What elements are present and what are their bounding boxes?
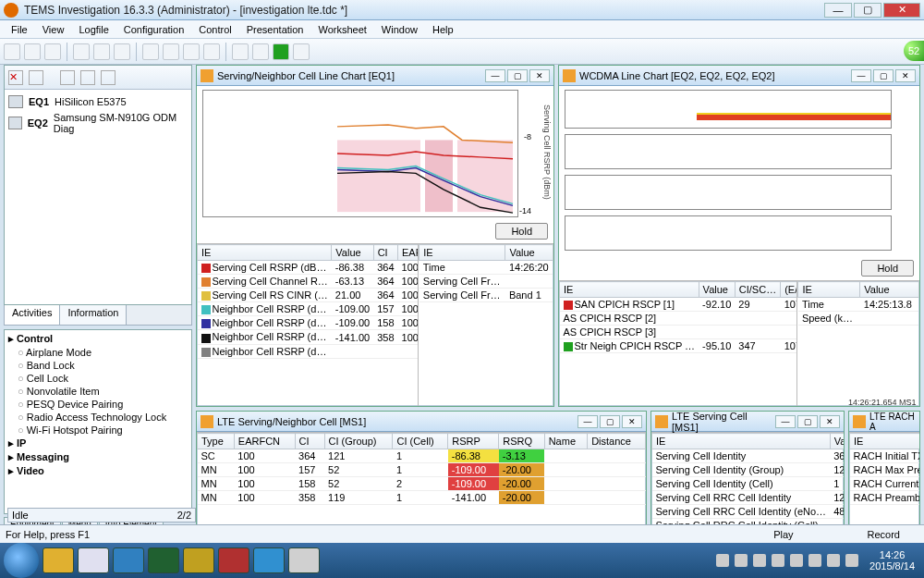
table-row[interactable]: Serving Cell Fr…Band 1 <box>419 289 553 302</box>
task-icon[interactable] <box>183 547 214 573</box>
tree-item[interactable]: Cell Lock <box>8 372 188 385</box>
max-button[interactable]: ▢ <box>507 69 528 82</box>
table-row[interactable]: Neighbor Cell RSRP (d…-109.00158100 <box>198 316 419 330</box>
chart1-grid-left[interactable]: IEValueCIEAFServing Cell RSRP (dB…-86.38… <box>197 244 418 359</box>
tree-item[interactable]: PESQ Device Pairing <box>8 398 188 411</box>
tool-window[interactable] <box>232 43 249 60</box>
tool-refresh[interactable] <box>252 43 269 60</box>
task-icon[interactable] <box>218 547 249 573</box>
stack-icon[interactable] <box>80 70 95 85</box>
delete-icon[interactable]: ✕ <box>8 70 23 85</box>
min-button[interactable]: — <box>578 415 598 428</box>
tree-group[interactable]: Control <box>8 332 188 346</box>
tool-print[interactable] <box>183 43 200 60</box>
hold-button[interactable]: Hold <box>495 223 548 240</box>
min-button[interactable]: — <box>775 415 796 428</box>
tool-record[interactable] <box>73 43 90 60</box>
tray-icon[interactable] <box>772 554 784 567</box>
chart2-grid-right[interactable]: IEValueTime14:25:13.8Speed (k… <box>797 281 919 326</box>
table-row[interactable]: RACH Current TX <box>850 477 920 491</box>
tray-icon[interactable] <box>845 554 858 567</box>
close-button[interactable]: ✕ <box>529 69 550 82</box>
table-row[interactable]: Time14:25:13.8 <box>798 298 919 312</box>
table-row[interactable]: Serving Cell Channel R…-63.13364100 <box>198 275 419 289</box>
tab-information[interactable]: Information <box>60 305 127 325</box>
serving-neighbor-chart-window[interactable]: Serving/Neighbor Cell Line Chart [EQ1] —… <box>196 65 554 407</box>
lte-serving-neighbor-window[interactable]: LTE Serving/Neighbor Cell [MS1] — ▢ ✕ Ty… <box>196 411 647 529</box>
menu-control[interactable]: Control <box>191 24 238 35</box>
task-icon[interactable] <box>148 547 179 573</box>
activity-tree[interactable]: ControlAirplane ModeBand LockCell LockNo… <box>4 329 192 514</box>
tray-icon[interactable] <box>735 554 748 567</box>
table-row[interactable]: Neighbor Cell RSRP (d…-109.00157100 <box>198 302 419 316</box>
table-row[interactable]: Speed (k… <box>798 312 919 326</box>
minimize-button[interactable]: — <box>824 3 852 18</box>
task-icon[interactable] <box>78 547 109 573</box>
equipment-item[interactable]: EQ1 HiSilicon E5375 <box>8 93 188 110</box>
green-orb[interactable]: 52 <box>904 41 924 61</box>
max-button[interactable]: ▢ <box>797 415 818 428</box>
table-row[interactable]: Serving Cell Identity (Cell)1 <box>652 477 845 491</box>
tool-world[interactable] <box>114 43 130 60</box>
table-row[interactable]: MN100158522-109.00-20.00 <box>198 477 646 491</box>
menu-window[interactable]: Window <box>374 24 425 35</box>
system-tray[interactable]: 14:262015/8/14 <box>716 549 920 572</box>
table-row[interactable]: SC1003641211-86.38-3.13 <box>198 449 646 463</box>
table-row[interactable]: RACH Max Pream <box>850 463 920 477</box>
close-button[interactable]: ✕ <box>895 69 916 82</box>
close-button[interactable]: ✕ <box>622 415 642 428</box>
tool-nav-back[interactable] <box>4 43 20 60</box>
table-row[interactable]: Serving Cell RRC Cell Identity (eNo…4890… <box>652 505 845 519</box>
tree-group[interactable]: IP <box>8 437 188 450</box>
task-icon[interactable] <box>43 547 74 573</box>
close-button[interactable]: ✕ <box>883 3 920 18</box>
close-button[interactable]: ✕ <box>820 415 840 428</box>
tool-grid[interactable] <box>273 43 289 60</box>
table-row[interactable]: AS CPICH RSCP [3] <box>560 326 797 339</box>
table-row[interactable]: Serving Cell Fr… <box>419 275 553 289</box>
tree-group[interactable]: Video <box>8 464 188 478</box>
task-icon[interactable] <box>113 547 144 573</box>
table-row[interactable]: MN100157521-109.00-20.00 <box>198 463 646 477</box>
tool-copy[interactable] <box>203 43 220 60</box>
lte-sn-table[interactable]: TypeEARFCNCICI (Group)CI (Cell)RSRPRSRQN… <box>197 433 646 505</box>
max-button[interactable]: ▢ <box>600 415 620 428</box>
link-icon[interactable] <box>29 70 43 85</box>
tree-item[interactable]: Radio Access Technology Lock <box>8 411 188 424</box>
tray-icon[interactable] <box>753 554 766 567</box>
start-button[interactable] <box>4 543 39 578</box>
menu-worksheet[interactable]: Worksheet <box>310 24 373 35</box>
table-row[interactable]: Time14:26:20 <box>419 261 553 275</box>
tool-open[interactable] <box>142 43 159 60</box>
menu-logfile[interactable]: Logfile <box>71 24 116 35</box>
table-row[interactable]: RACH Initial TX <box>850 449 920 463</box>
maximize-button[interactable]: ▢ <box>854 3 881 18</box>
table-row[interactable]: Serving Cell RRC Cell Identity125191681 <box>652 491 845 505</box>
min-button[interactable]: — <box>851 69 871 82</box>
tool-layout[interactable] <box>293 43 310 60</box>
tool-fwd[interactable] <box>44 43 61 60</box>
table-row[interactable]: Serving Cell Identity (Group)121 <box>652 463 845 477</box>
tab-activities[interactable]: Activities <box>5 305 60 325</box>
tool-stop[interactable] <box>93 43 110 60</box>
table-row[interactable]: RACH Preamble S <box>850 491 920 505</box>
table-row[interactable]: SAN CPICH RSCP [1]-92.102910713 <box>560 298 797 312</box>
table-row[interactable]: Neighbor Cell RSRP (d… <box>198 344 419 358</box>
tray-icon[interactable] <box>827 554 840 567</box>
gear-icon[interactable] <box>60 70 75 85</box>
task-icon[interactable] <box>253 547 285 573</box>
menu-view[interactable]: View <box>35 24 72 35</box>
tree-item[interactable]: Airplane Mode <box>8 346 188 359</box>
table-row[interactable]: MN1003581191-141.00-20.00 <box>198 491 646 505</box>
tree-group[interactable]: Messaging <box>8 450 188 464</box>
doc-icon[interactable] <box>101 70 116 85</box>
hold-button[interactable]: Hold <box>861 260 914 277</box>
table-row[interactable]: AS CPICH RSCP [2] <box>560 312 797 326</box>
clock[interactable]: 14:262015/8/14 <box>864 549 920 572</box>
menu-configuration[interactable]: Configuration <box>116 24 191 35</box>
wcdma-chart-window[interactable]: WCDMA Line Chart [EQ2, EQ2, EQ2, EQ2] — … <box>558 65 920 407</box>
min-button[interactable]: — <box>485 69 505 82</box>
lte-rach-table[interactable]: IERACH Initial TXRACH Max PreamRACH Curr… <box>849 433 919 505</box>
table-row[interactable]: Serving Cell RS CINR (…21.00364100 <box>198 289 419 302</box>
max-button[interactable]: ▢ <box>873 69 894 82</box>
